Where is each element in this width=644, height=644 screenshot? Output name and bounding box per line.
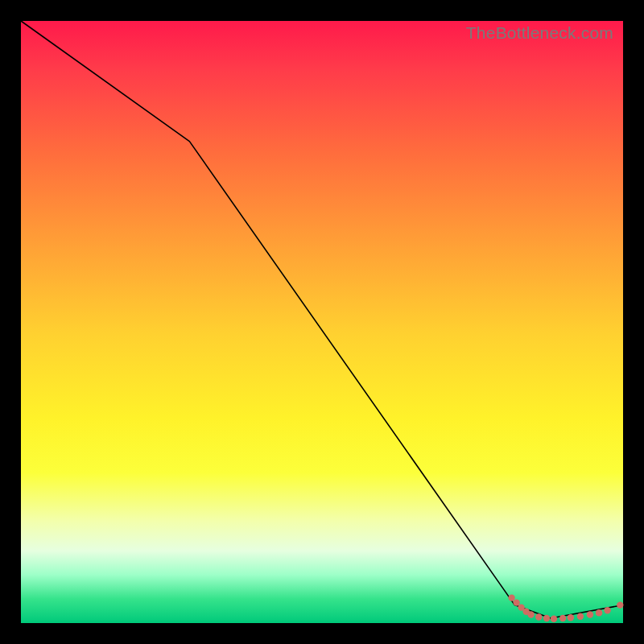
data-point (559, 615, 566, 621)
chart-overlay (21, 21, 623, 623)
data-point (568, 614, 574, 621)
chart-stage: TheBottleneck.com (0, 0, 644, 644)
plot-area: TheBottleneck.com (21, 21, 623, 623)
data-point (596, 609, 602, 616)
line-series-curve (21, 21, 623, 618)
data-point (604, 607, 610, 613)
data-point (527, 611, 534, 617)
data-point (535, 613, 542, 620)
data-point (587, 611, 593, 617)
data-point (508, 594, 514, 601)
data-point (513, 599, 519, 605)
data-point (551, 616, 557, 622)
data-point (617, 601, 623, 608)
data-point (543, 615, 550, 621)
data-point (577, 613, 584, 620)
data-markers (508, 594, 623, 622)
